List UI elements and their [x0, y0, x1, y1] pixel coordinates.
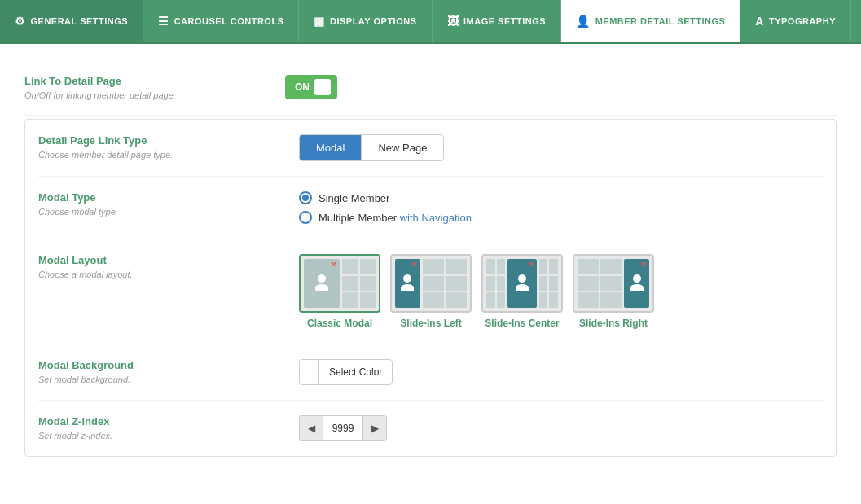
layout-card-slide-center[interactable]: ✕	[481, 254, 563, 329]
tab-display[interactable]: ▦ DISPLAY OPTIONS	[299, 0, 432, 42]
modal-type-label: Modal Type	[38, 191, 299, 204]
modal-layout-row: Modal Layout Choose a modal layout. ✔ ✕	[38, 239, 823, 344]
tab-typography[interactable]: A TYPOGRAPHY	[740, 0, 851, 42]
carousel-icon: ☰	[158, 15, 169, 28]
modal-zindex-label: Modal Z-index	[38, 415, 299, 427]
gear-icon: ⚙	[15, 15, 26, 28]
radio-multiple-member[interactable]: Multiple Member with Navigation	[299, 211, 472, 224]
tab-image[interactable]: 🖼 IMAGE SETTINGS	[433, 0, 562, 42]
slide-left-label: Slide-Ins Left	[400, 318, 461, 329]
layout-card-slide-left[interactable]: ✕	[390, 254, 472, 329]
detail-section-box: Detail Page Link Type Choose member deta…	[24, 119, 837, 457]
member-tab-icon: 👤	[576, 15, 591, 28]
modal-layout-desc: Choose a modal layout.	[38, 270, 299, 279]
slide-left-img: ✕	[390, 254, 472, 313]
tab-general[interactable]: ⚙ GENERAL SETTINGS	[0, 0, 143, 42]
color-swatch	[300, 360, 319, 384]
layout-card-classic[interactable]: ✔ ✕	[299, 254, 380, 329]
stepper-decrement[interactable]: ◀	[300, 416, 323, 440]
main-content: Link To Detail Page On/Off for linking m…	[0, 44, 861, 504]
layout-card-slide-right[interactable]: ✕ Slide-Ins Right	[573, 254, 654, 329]
tab-carousel[interactable]: ☰ CAROUSEL CONTROLS	[143, 0, 299, 42]
slide-center-label: Slide-Ins Center	[485, 318, 559, 329]
stepper-value: 9999	[323, 416, 363, 440]
multi-part1: Multiple Member	[318, 212, 397, 224]
radio-single-member[interactable]: Single Member	[299, 191, 472, 204]
modal-bg-desc: Set modal background.	[38, 375, 299, 384]
color-label: Select Color	[319, 366, 392, 378]
multi-part2: with	[397, 212, 421, 224]
display-icon: ▦	[314, 15, 325, 28]
modal-zindex-desc: Set modal z-index.	[38, 431, 299, 440]
link-detail-page-row: Link To Detail Page On/Off for linking m…	[24, 60, 837, 116]
classic-modal-img: ✔ ✕	[299, 254, 380, 313]
link-detail-label: Link To Detail Page	[24, 75, 285, 87]
modal-zindex-stepper: ◀ 9999 ▶	[299, 415, 387, 441]
modal-zindex-row: Modal Z-index Set modal z-index. ◀ 9999 …	[38, 401, 823, 456]
classic-modal-label: Classic Modal	[307, 318, 372, 329]
modal-type-radio-group: Single Member Multiple Member with Navig…	[299, 191, 472, 224]
stepper-increment[interactable]: ▶	[363, 416, 386, 440]
modal-bg-color-picker[interactable]: Select Color	[299, 359, 393, 385]
modal-type-row: Modal Type Choose modal type. Single Mem…	[38, 177, 823, 239]
classic-member-icon	[313, 274, 331, 292]
toggle-knob	[314, 79, 331, 95]
slide-center-img: ✕	[481, 254, 563, 313]
link-type-label: Detail Page Link Type	[38, 134, 299, 147]
modal-type-desc: Choose modal type.	[38, 207, 299, 217]
modal-btn[interactable]: Modal	[300, 135, 362, 160]
radio-single-label: Single Member	[318, 192, 389, 204]
link-type-desc: Choose member detail page type.	[38, 150, 299, 160]
tab-member[interactable]: 👤 MEMBER DETAIL SETTINGS	[561, 0, 740, 42]
image-icon: 🖼	[447, 15, 459, 28]
modal-layout-grid: ✔ ✕	[299, 254, 654, 329]
tab-bar: ⚙ GENERAL SETTINGS ☰ CAROUSEL CONTROLS ▦…	[0, 0, 861, 44]
link-detail-desc: On/Off for linking member detail page.	[24, 90, 285, 100]
slide-right-label: Slide-Ins Right	[579, 318, 648, 329]
radio-single-circle	[299, 191, 312, 204]
detail-page-link-type-row: Detail Page Link Type Choose member deta…	[38, 120, 823, 177]
radio-multi-circle	[299, 211, 312, 224]
new-page-btn[interactable]: New Page	[362, 135, 443, 160]
modal-background-row: Modal Background Set modal background. S…	[38, 344, 823, 401]
multi-part4: Navigation	[421, 212, 471, 224]
slide-right-img: ✕	[573, 254, 654, 313]
slide-left-member-icon	[398, 274, 416, 292]
slide-center-member-icon	[513, 274, 531, 292]
slide-right-member-icon	[628, 274, 646, 292]
typography-icon: A	[755, 15, 764, 28]
modal-bg-label: Modal Background	[38, 359, 299, 371]
radio-multi-label: Multiple Member with Navigation	[318, 212, 472, 224]
link-detail-toggle[interactable]: ON	[285, 75, 337, 99]
link-type-btn-group: Modal New Page	[299, 134, 444, 161]
modal-layout-label: Modal Layout	[38, 254, 299, 266]
